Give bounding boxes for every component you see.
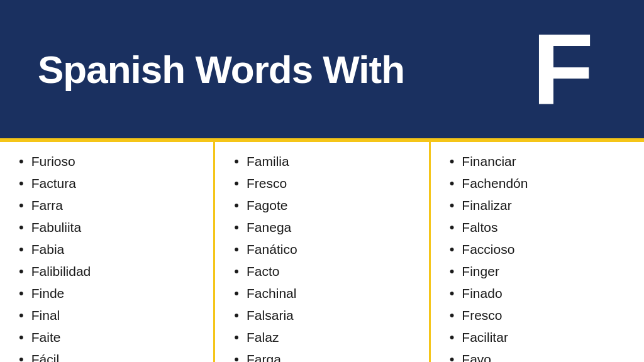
list-item: Farga [234,351,416,362]
list-item: Fanega [234,219,416,236]
word-list-3: FinanciarFachendónFinalizarFaltosFaccios… [450,153,631,362]
list-item: Fachendón [450,175,631,192]
list-item: Falibilidad [19,263,201,280]
list-item: Finalizar [450,197,631,214]
list-item: Furioso [19,153,201,170]
list-item: Falsaria [234,307,416,324]
list-item: Farra [19,197,201,214]
list-item: Fresco [450,307,631,324]
list-item: Finger [450,263,631,280]
column-1: FuriosoFacturaFarraFabuliitaFabiaFalibil… [0,142,215,362]
header-letter: F [532,19,594,119]
list-item: Factura [19,175,201,192]
list-item: Finado [450,285,631,302]
list-item: Fagote [234,197,416,214]
list-item: Facto [234,263,416,280]
header-title: Spanish Words With [38,47,404,92]
list-item: Familia [234,153,416,170]
list-item: Faltos [450,219,631,236]
word-list-2: FamiliaFrescoFagoteFanegaFanáticoFactoFa… [234,153,416,362]
word-columns: FuriosoFacturaFarraFabuliitaFabiaFalibil… [0,142,644,362]
list-item: Financiar [450,153,631,170]
column-3: FinanciarFachendónFinalizarFaltosFaccios… [431,142,644,362]
word-list-1: FuriosoFacturaFarraFabuliitaFabiaFalibil… [19,153,201,362]
list-item: Fácil [19,351,201,362]
list-item: Fachinal [234,285,416,302]
list-item: Fanático [234,241,416,258]
list-item: Faite [19,329,201,346]
list-item: Fresco [234,175,416,192]
list-item: Facilitar [450,329,631,346]
list-item: Favo [450,351,631,362]
list-item: Falaz [234,329,416,346]
list-item: Final [19,307,201,324]
list-item: Fabia [19,241,201,258]
list-item: Faccioso [450,241,631,258]
list-item: Finde [19,285,201,302]
list-item: Fabuliita [19,219,201,236]
column-2: FamiliaFrescoFagoteFanegaFanáticoFactoFa… [215,142,430,362]
page-header: Spanish Words With F [0,0,644,138]
